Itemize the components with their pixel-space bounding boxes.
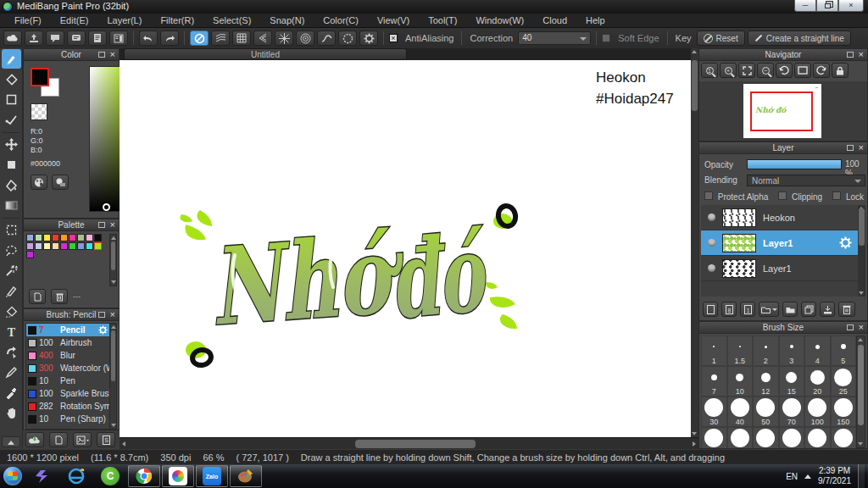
- taskbar-medibang[interactable]: [162, 465, 194, 487]
- undo-icon[interactable]: [139, 30, 158, 46]
- bucket-tool[interactable]: [2, 175, 21, 195]
- layer-scrollbar[interactable]: [858, 205, 865, 297]
- eyedropper-tool[interactable]: [2, 383, 21, 402]
- rotate-cw-button[interactable]: [813, 63, 830, 78]
- palette-swatch[interactable]: [26, 242, 34, 250]
- sv-cursor[interactable]: [103, 203, 110, 211]
- antialiasing-checkbox[interactable]: ×: [389, 34, 398, 42]
- brush-size-cell[interactable]: 1.5: [727, 336, 754, 366]
- add-1bit-layer-icon[interactable]: 1: [740, 302, 755, 317]
- brush-size-cell[interactable]: [831, 427, 857, 448]
- close-icon[interactable]: ×: [110, 309, 115, 320]
- clipping-checkbox[interactable]: [778, 191, 787, 200]
- scroll-down-icon[interactable]: [111, 280, 116, 284]
- brush-list-item[interactable]: 400Blur: [26, 349, 110, 362]
- brush-list-item[interactable]: 100Airbrush: [26, 336, 110, 349]
- lasso-tool[interactable]: [2, 241, 21, 260]
- foreground-color-swatch[interactable]: [31, 68, 49, 86]
- upload-icon[interactable]: [25, 30, 43, 46]
- color-wheel-icon[interactable]: [31, 175, 47, 190]
- palette-swatch[interactable]: [52, 242, 59, 250]
- palette-swatch[interactable]: [43, 242, 51, 250]
- scroll-down-icon[interactable]: [859, 291, 864, 295]
- brush-list-scrollbar[interactable]: [109, 323, 117, 430]
- taskbar-zalo[interactable]: Zalo: [196, 465, 228, 487]
- palette-scrollbar[interactable]: [109, 234, 117, 286]
- popout-icon[interactable]: [847, 145, 854, 151]
- brush-list-item[interactable]: 7Pencil: [26, 324, 110, 336]
- snap-concentric-button[interactable]: [296, 30, 314, 46]
- lock-checkbox[interactable]: [832, 191, 841, 200]
- scroll-down-icon[interactable]: [858, 442, 863, 446]
- brush-size-cell[interactable]: 100: [804, 396, 831, 427]
- palette-swatch[interactable]: [86, 242, 93, 250]
- close-button[interactable]: ×: [838, 0, 864, 12]
- move-tool[interactable]: [2, 135, 21, 154]
- brush-size-cell[interactable]: 12: [753, 366, 779, 396]
- add-8bit-layer-icon[interactable]: 8: [721, 302, 737, 317]
- brush-size-cell[interactable]: [779, 427, 805, 448]
- lock-icon[interactable]: [832, 63, 849, 78]
- close-icon[interactable]: ×: [859, 322, 864, 333]
- rotate-ccw-button[interactable]: [776, 63, 793, 78]
- cloud-icon[interactable]: [3, 30, 22, 46]
- reset-rotation-button[interactable]: [794, 63, 811, 78]
- redo-icon[interactable]: [160, 30, 179, 46]
- restore-button[interactable]: [816, 0, 838, 12]
- palette-swatch[interactable]: [77, 234, 85, 241]
- canvas-vertical-scrollbar[interactable]: [691, 48, 698, 437]
- start-button[interactable]: [0, 465, 25, 487]
- palette-swatch[interactable]: [86, 234, 93, 241]
- menu-tool[interactable]: Tool(T): [419, 14, 466, 26]
- zoom-actual-button[interactable]: 1: [701, 63, 718, 78]
- menu-layer[interactable]: Layer(L): [97, 14, 151, 26]
- comment-icon[interactable]: [46, 30, 64, 46]
- panel-layout-icon[interactable]: [109, 30, 128, 46]
- drawing-canvas[interactable]: Nhớ đó Heokon #Hoidap247: [120, 60, 691, 437]
- correction-dropdown[interactable]: 40: [518, 31, 591, 45]
- taskbar-chrome[interactable]: [128, 465, 160, 487]
- brush-list-item[interactable]: 100Sparkle Brush: [26, 387, 110, 400]
- brush-size-cell[interactable]: 10: [727, 366, 754, 396]
- popout-icon[interactable]: [847, 324, 854, 330]
- brush-size-cell[interactable]: 70: [779, 396, 805, 427]
- taskbar-internet-explorer[interactable]: [60, 465, 92, 487]
- gradient-tool[interactable]: [2, 196, 21, 215]
- color-compare-icon[interactable]: [52, 175, 69, 190]
- operation-tool[interactable]: [2, 342, 21, 362]
- scroll-left-icon[interactable]: [122, 441, 125, 446]
- scroll-up-icon[interactable]: [692, 50, 697, 53]
- brush-size-cell[interactable]: [753, 427, 779, 448]
- popout-icon[interactable]: [847, 52, 854, 58]
- brush-size-cell[interactable]: [727, 427, 754, 448]
- shape-brush-tool[interactable]: [2, 90, 21, 109]
- menu-edit[interactable]: Edit(E): [51, 14, 98, 26]
- brush-list-item[interactable]: 10Pen: [26, 374, 110, 387]
- brush-import-icon[interactable]: [73, 432, 92, 447]
- soft-edge-checkbox[interactable]: [602, 34, 610, 42]
- palette-swatch[interactable]: [35, 234, 42, 241]
- brush-size-cell[interactable]: 20: [804, 366, 831, 396]
- palette-trash-icon[interactable]: [51, 289, 68, 304]
- layer-visibility-dot[interactable]: [708, 239, 715, 247]
- scroll-down-icon[interactable]: [692, 432, 697, 435]
- brush-size-cell[interactable]: 25: [831, 366, 857, 396]
- snap-ellipse-button[interactable]: [338, 30, 357, 46]
- eraser-tool[interactable]: [2, 69, 21, 89]
- taskbar-medibang-paint[interactable]: [230, 465, 262, 487]
- brush-tool[interactable]: [2, 49, 21, 69]
- popout-icon[interactable]: [98, 312, 105, 318]
- popout-icon[interactable]: [98, 222, 105, 228]
- palette-swatch[interactable]: [26, 234, 34, 241]
- brush-list-item[interactable]: 300Watercolor (W: [26, 362, 110, 374]
- brush-script-icon[interactable]: S: [97, 432, 115, 447]
- palette-swatch[interactable]: [69, 234, 76, 241]
- brush-size-cell[interactable]: 150: [831, 396, 857, 427]
- brush-size-cell[interactable]: 3: [779, 336, 805, 366]
- brush-settings-gear-icon[interactable]: [98, 325, 108, 335]
- folder-icon[interactable]: [782, 302, 798, 317]
- brush-size-cell[interactable]: 50: [753, 396, 779, 427]
- scroll-up-icon[interactable]: [111, 325, 116, 329]
- tray-clock[interactable]: 2:39 PM 9/7/2021: [818, 466, 851, 486]
- create-straight-line-button[interactable]: Create a straight line: [748, 30, 851, 46]
